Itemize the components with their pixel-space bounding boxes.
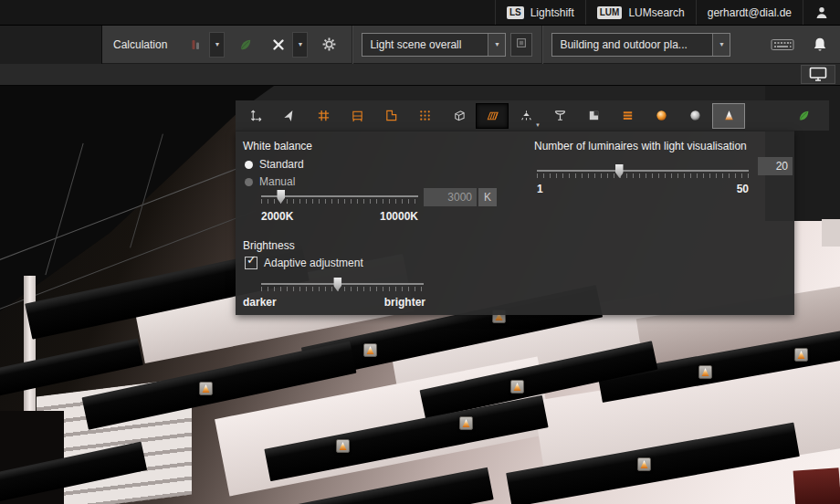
standard-radio-label: Standard [259,158,304,171]
luminaire-count-scale: 1 50 [537,183,749,195]
measure-icon [249,109,263,122]
false-colours-button[interactable] [577,103,610,129]
white-balance-manual-radio[interactable]: Manual [245,175,295,188]
calculation-grid-icon [418,109,432,122]
luminaire-marker[interactable] [459,416,473,430]
raster-button[interactable] [611,103,644,129]
calculation-settings-button[interactable] [315,31,342,58]
render-viewport[interactable]: ▼ White balance Standard Manual [0,86,840,504]
slider-ticks [261,199,418,204]
measure-button[interactable] [239,103,272,129]
luminaire-marker[interactable] [336,439,350,453]
light-visualisation-button[interactable] [712,103,745,129]
luminaire-count-slider[interactable] [537,164,749,183]
false-colours-icon [587,109,601,122]
top-menu-bar: LS Lightshift LUM LUMsearch gerhardt@dia… [0,0,840,26]
keyboard-icon [771,38,794,51]
user-account-link[interactable]: gerhardt@dial.de [696,0,803,25]
luminaire-count-title: Number of luminaires with light visualis… [534,140,747,152]
start-calculation-button[interactable] [182,31,209,58]
wireframe-cube-button[interactable] [442,103,475,129]
check-icon: ✓ [247,254,257,266]
kelvin-value-field[interactable]: 3000 [424,188,477,206]
luminaire-flame-icon [462,419,470,427]
light-distribution-button[interactable] [543,103,576,129]
scene-frame-icon [515,37,528,49]
luminaire-flame-icon [797,351,805,359]
calculation-label: Calculation [113,38,167,51]
keyboard-shortcuts-button[interactable] [771,38,794,51]
luminaire-marker[interactable] [698,365,712,379]
floor-texture-button[interactable] [476,103,509,129]
light-scene-caret[interactable]: ▼ [488,34,505,56]
slider-ticks [537,173,749,178]
site-caret[interactable]: ▼ [712,34,730,56]
site-select[interactable]: Building and outdoor pla... ▼ [551,33,730,57]
chevron-down-icon: ▼ [719,41,725,47]
ribbon-separator [541,26,542,64]
luminaire-marker[interactable] [363,343,377,357]
luminaire-marker[interactable] [794,348,808,362]
lumsearch-label: LUMsearch [628,6,684,19]
light-scene-edit-button[interactable] [510,33,532,57]
view-tab-bar [0,64,840,86]
luminaire-marker[interactable] [199,382,213,395]
sphere-button[interactable] [678,103,711,129]
energy-leaf-icon [797,109,811,122]
luminaire-marker[interactable] [637,457,651,471]
radio-unselected-icon [245,178,253,186]
luminaire-flame-icon [513,383,521,391]
leaf-icon [238,37,253,52]
scale-min-label: 2000K [261,210,293,223]
white-balance-slider[interactable] [261,190,418,208]
light-visualisation-icon [722,109,736,122]
cancel-calculation-dropdown[interactable]: ▼ [292,32,308,58]
luminaire-flame-icon [202,384,210,393]
radio-selected-icon [245,161,253,169]
wireframe-cube-icon [452,109,466,122]
glow-sphere-button[interactable] [645,103,677,129]
slider-track [537,170,749,172]
lightshift-link[interactable]: LS Lightshift [495,0,585,25]
luminaire-count-value-field[interactable]: 20 [758,157,793,175]
brightness-scale: darker brighter [243,296,425,309]
lumsearch-icon: LUM [597,6,623,19]
slider-track [261,283,424,285]
luminaire-flame-icon [339,442,347,450]
room-outline-icon [384,109,398,122]
white-balance-scale: 2000K 10000K [261,210,418,223]
display-options-toolbar: ▼ [236,100,829,131]
chevron-down-icon: ▼ [297,41,303,47]
user-email: gerhardt@dial.de [708,6,792,19]
luminaire-marker[interactable] [510,380,524,394]
luminaires-button[interactable]: ▼ [509,103,542,129]
furniture-icon [351,109,364,122]
furniture-button[interactable] [341,103,373,129]
helplines-button[interactable] [307,103,340,129]
user-menu-button[interactable] [803,0,840,25]
start-calculation-dropdown[interactable]: ▼ [209,32,225,58]
notifications-button[interactable] [813,37,827,53]
light-scene-value: Light scene overall [362,38,488,51]
scale-max-label: brighter [384,296,425,309]
white-balance-title: White balance [243,140,312,152]
calculation-grid-button[interactable] [408,103,441,129]
glow-sphere-icon [655,109,668,122]
north-arrow-button[interactable] [273,103,306,129]
cancel-calculation-button[interactable] [265,31,292,58]
checkbox-box: ✓ [245,257,257,269]
energy-leaf-button[interactable] [787,103,820,129]
lumsearch-link[interactable]: LUM LUMsearch [585,0,696,25]
white-balance-standard-radio[interactable]: Standard [245,158,304,171]
luminaire-flame-icon [701,368,709,376]
light-scene-select[interactable]: Light scene overall ▼ [362,33,506,57]
adaptive-adjustment-checkbox[interactable]: ✓ Adaptive adjustment [245,257,363,269]
sphere-icon [688,109,702,122]
person-icon [814,5,829,20]
room-outline-button[interactable] [374,103,407,129]
brightness-slider[interactable] [261,278,424,296]
display-mode-button[interactable] [801,65,835,84]
wall-sliver-render [822,219,840,247]
brightness-title: Brightness [243,239,295,252]
energy-evaluation-button[interactable] [232,31,259,58]
